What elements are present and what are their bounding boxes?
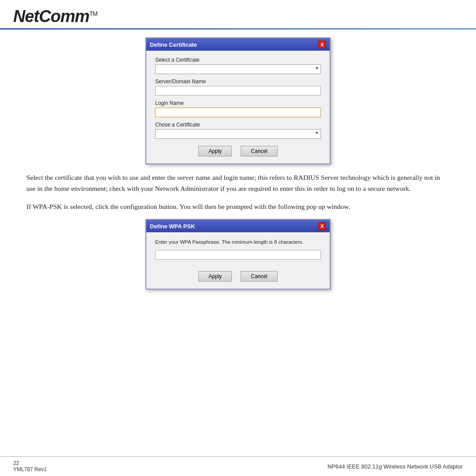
dialog-cert-close-button[interactable]: X: [318, 41, 326, 48]
body-paragraph-2: If WPA-PSK is selected, click the config…: [26, 201, 450, 212]
page-number: 22: [13, 460, 19, 466]
define-certificate-dialog: Define Certificate X Select a Certificat…: [145, 37, 331, 164]
wpa-dialog-buttons: Apply Cancel: [155, 271, 321, 282]
dialog-cert-body: Select a Certificate Server/Domain Name …: [146, 51, 330, 164]
dialog-cert-title: Define Certificate: [150, 41, 197, 48]
footer-left: 22 YML787 Rev1: [13, 460, 47, 472]
cert-cancel-button[interactable]: Cancel: [241, 146, 277, 156]
logo-tm: TM: [89, 10, 97, 17]
dialog-wpa-body: Enter your WPA Passphrase. The minimum l…: [146, 232, 330, 289]
dialog-wpa-title: Define WPA PSK: [150, 223, 195, 230]
chose-cert-dropdown[interactable]: [155, 129, 321, 139]
footer: 22 YML787 Rev1 NP644 IEEE 802.11g Wirele…: [0, 456, 476, 476]
logo-area: NetCommTM: [13, 8, 97, 25]
server-domain-label: Server/Domain Name: [155, 78, 321, 85]
select-cert-dropdown[interactable]: [155, 64, 321, 74]
wpa-cancel-button[interactable]: Cancel: [241, 271, 277, 282]
body-paragraph-1: Select the certificate that you wish to …: [26, 172, 450, 194]
chose-cert-wrapper: [155, 129, 321, 139]
footer-product: NP644 IEEE 802.11g Wireless Network USB …: [327, 463, 463, 470]
server-domain-input[interactable]: [155, 86, 321, 96]
logo-text: NetComm: [13, 7, 89, 26]
revision: YML787 Rev1: [13, 466, 47, 472]
wpa-passphrase-info: Enter your WPA Passphrase. The minimum l…: [155, 238, 321, 245]
login-name-input[interactable]: [155, 108, 321, 117]
cert-apply-button[interactable]: Apply: [198, 146, 232, 156]
define-wpa-dialog: Define WPA PSK X Enter your WPA Passphra…: [145, 219, 331, 290]
wpa-apply-button[interactable]: Apply: [198, 271, 232, 282]
logo: NetCommTM: [13, 8, 97, 25]
main-content: Define Certificate X Select a Certificat…: [0, 30, 476, 290]
login-name-label: Login Name: [155, 100, 321, 106]
cert-dialog-buttons: Apply Cancel: [155, 146, 321, 156]
dialog-cert-titlebar: Define Certificate X: [146, 38, 330, 51]
header: NetCommTM: [0, 0, 476, 25]
dialog-wpa-close-button[interactable]: X: [318, 222, 326, 230]
select-cert-label: Select a Certificate: [155, 57, 321, 63]
select-cert-wrapper: [155, 64, 321, 74]
dialog-wpa-titlebar: Define WPA PSK X: [146, 220, 330, 232]
chose-cert-label: Chose a Certificate: [155, 122, 321, 128]
wpa-passphrase-input[interactable]: [155, 250, 321, 260]
